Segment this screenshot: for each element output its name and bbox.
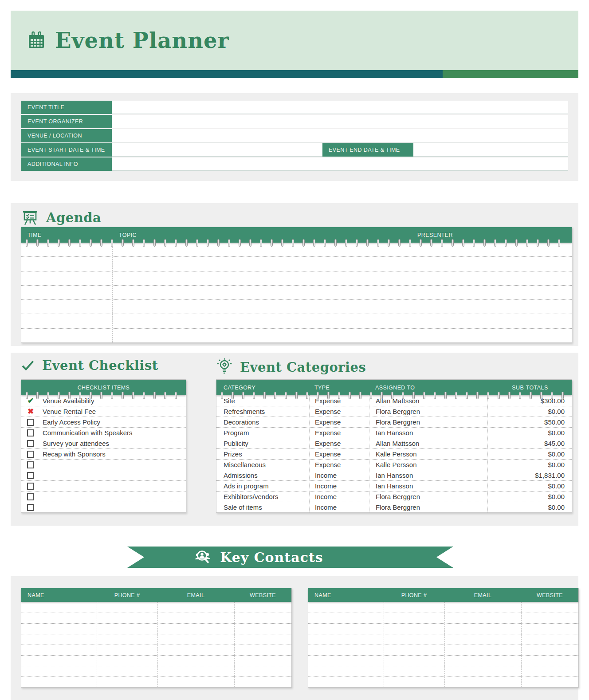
website-cell[interactable] [234, 624, 291, 634]
name-cell[interactable] [308, 666, 384, 676]
phone-cell[interactable] [97, 624, 157, 634]
email-cell[interactable] [444, 677, 521, 687]
crossed-checkbox-icon[interactable]: ✖ [21, 408, 40, 415]
phone-cell[interactable] [97, 602, 157, 613]
topic-cell[interactable] [112, 329, 414, 342]
website-cell[interactable] [521, 624, 578, 634]
venue-location-field[interactable] [112, 129, 568, 142]
assigned-cell[interactable]: Flora Berggren [369, 406, 487, 417]
name-cell[interactable] [21, 677, 97, 687]
unchecked-checkbox-icon[interactable] [21, 493, 40, 500]
phone-cell[interactable] [97, 634, 157, 645]
assigned-cell[interactable]: Allan Mattsson [369, 438, 487, 448]
website-cell[interactable] [234, 645, 291, 655]
type-cell[interactable]: Expense [309, 406, 369, 417]
subtotal-cell[interactable]: $0.00 [487, 492, 572, 502]
presenter-cell[interactable] [414, 286, 572, 299]
website-cell[interactable] [521, 677, 578, 687]
email-cell[interactable] [157, 645, 234, 655]
assigned-cell[interactable]: Flora Berggren [369, 417, 487, 427]
email-cell[interactable] [444, 645, 521, 655]
checklist-item-label[interactable]: Early Access Policy [40, 417, 186, 427]
type-cell[interactable]: Expense [309, 417, 369, 427]
phone-cell[interactable] [384, 613, 444, 623]
name-cell[interactable] [308, 602, 384, 613]
name-cell[interactable] [308, 634, 384, 645]
phone-cell[interactable] [384, 602, 444, 613]
type-cell[interactable]: Expense [309, 449, 369, 459]
assigned-cell[interactable]: Ian Hansson [369, 470, 487, 480]
category-cell[interactable]: Exhibitors/vendors [216, 492, 309, 502]
presenter-cell[interactable] [414, 271, 572, 285]
subtotal-cell[interactable]: $0.00 [487, 460, 572, 470]
phone-cell[interactable] [97, 645, 157, 655]
website-cell[interactable] [521, 634, 578, 645]
unchecked-checkbox-icon[interactable] [21, 472, 40, 479]
phone-cell[interactable] [97, 677, 157, 687]
unchecked-checkbox-icon[interactable] [21, 451, 40, 458]
email-cell[interactable] [157, 656, 234, 666]
checklist-item-label[interactable] [40, 470, 186, 480]
type-cell[interactable]: Expense [309, 428, 369, 438]
checklist-item-label[interactable] [40, 492, 186, 502]
checklist-item-label[interactable]: Survey your attendees [40, 438, 186, 448]
event-title-field[interactable] [112, 101, 568, 114]
category-cell[interactable]: Site [216, 395, 309, 406]
subtotal-cell[interactable]: $300.00 [487, 395, 572, 406]
name-cell[interactable] [21, 602, 97, 613]
email-cell[interactable] [157, 634, 234, 645]
time-cell[interactable] [21, 329, 112, 342]
phone-cell[interactable] [384, 624, 444, 634]
subtotal-cell[interactable]: $0.00 [487, 449, 572, 459]
name-cell[interactable] [21, 645, 97, 655]
category-cell[interactable]: Publicity [216, 438, 309, 448]
category-cell[interactable]: Miscellaneous [216, 460, 309, 470]
topic-cell[interactable] [112, 271, 414, 285]
presenter-cell[interactable] [414, 314, 572, 328]
time-cell[interactable] [21, 271, 112, 285]
assigned-cell[interactable]: Ian Hansson [369, 428, 487, 438]
type-cell[interactable]: Expense [309, 460, 369, 470]
unchecked-checkbox-icon[interactable] [21, 483, 40, 490]
email-cell[interactable] [157, 613, 234, 623]
website-cell[interactable] [234, 602, 291, 613]
unchecked-checkbox-icon[interactable] [21, 419, 40, 426]
email-cell[interactable] [444, 602, 521, 613]
assigned-cell[interactable]: Flora Berggren [369, 502, 487, 512]
name-cell[interactable] [308, 677, 384, 687]
time-cell[interactable] [21, 300, 112, 314]
email-cell[interactable] [157, 624, 234, 634]
type-cell[interactable]: Income [309, 502, 369, 512]
name-cell[interactable] [21, 656, 97, 666]
assigned-cell[interactable]: Allan Mattsson [369, 395, 487, 406]
presenter-cell[interactable] [414, 300, 572, 314]
email-cell[interactable] [157, 677, 234, 687]
time-cell[interactable] [21, 257, 112, 271]
phone-cell[interactable] [384, 666, 444, 676]
checklist-item-label[interactable] [40, 502, 186, 512]
category-cell[interactable]: Refreshments [216, 406, 309, 417]
category-cell[interactable]: Prizes [216, 449, 309, 459]
website-cell[interactable] [521, 602, 578, 613]
subtotal-cell[interactable]: $1,831.00 [487, 470, 572, 480]
type-cell[interactable]: Income [309, 481, 369, 491]
checklist-item-label[interactable]: Venue Rental Fee [40, 406, 186, 417]
time-cell[interactable] [21, 243, 112, 256]
checklist-item-label[interactable]: Communication with Speakers [40, 428, 186, 438]
website-cell[interactable] [234, 656, 291, 666]
name-cell[interactable] [308, 645, 384, 655]
phone-cell[interactable] [384, 634, 444, 645]
website-cell[interactable] [521, 645, 578, 655]
presenter-cell[interactable] [414, 329, 572, 342]
name-cell[interactable] [21, 613, 97, 623]
email-cell[interactable] [444, 613, 521, 623]
name-cell[interactable] [308, 624, 384, 634]
email-cell[interactable] [157, 666, 234, 676]
phone-cell[interactable] [384, 645, 444, 655]
unchecked-checkbox-icon[interactable] [21, 429, 40, 437]
end-date-field[interactable] [413, 143, 568, 157]
start-date-field[interactable] [112, 143, 322, 157]
phone-cell[interactable] [97, 613, 157, 623]
subtotal-cell[interactable]: $0.00 [487, 428, 572, 438]
phone-cell[interactable] [384, 677, 444, 687]
